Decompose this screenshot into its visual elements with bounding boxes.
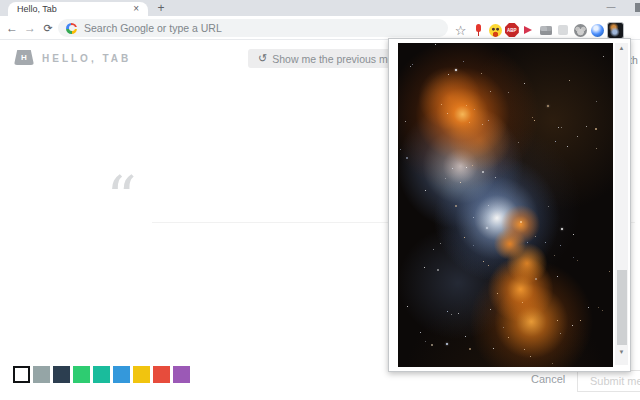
star-dot bbox=[464, 237, 465, 238]
star-dot bbox=[573, 257, 574, 258]
star-dot bbox=[557, 320, 558, 321]
reload-button[interactable]: ⟳ bbox=[40, 20, 56, 36]
star-dot bbox=[483, 261, 484, 262]
color-swatch[interactable] bbox=[33, 366, 50, 383]
star-dot bbox=[407, 306, 408, 307]
smiley-icon[interactable] bbox=[487, 22, 503, 38]
star-dot bbox=[455, 205, 457, 207]
color-swatch[interactable] bbox=[73, 366, 90, 383]
scrollbar-thumb[interactable] bbox=[617, 270, 627, 345]
star-dot bbox=[552, 363, 553, 364]
star-dot bbox=[472, 165, 473, 166]
star-dot bbox=[435, 44, 436, 45]
adblock-icon[interactable]: ABP bbox=[505, 23, 519, 37]
blue-globe-icon[interactable] bbox=[590, 22, 606, 38]
dim-icon[interactable] bbox=[555, 22, 571, 38]
star-dot bbox=[488, 205, 489, 206]
cancel-button[interactable]: Cancel bbox=[531, 373, 565, 385]
star-dot bbox=[469, 348, 471, 350]
address-bar[interactable]: Search Google or type a URL bbox=[58, 19, 448, 37]
star-dot bbox=[460, 182, 461, 183]
color-palette bbox=[13, 366, 193, 383]
star-dot bbox=[602, 310, 603, 311]
star-dot bbox=[493, 348, 494, 349]
undo-icon: ↺ bbox=[258, 52, 267, 65]
star-dot bbox=[596, 148, 597, 149]
window-icon[interactable] bbox=[538, 22, 554, 38]
color-swatch[interactable] bbox=[13, 366, 30, 383]
star-dot bbox=[532, 117, 533, 118]
star-dot bbox=[547, 105, 549, 107]
star-dot bbox=[437, 269, 439, 271]
star-dot bbox=[554, 255, 555, 256]
star-dot bbox=[520, 221, 522, 223]
tab-title: Hello, Tab bbox=[17, 4, 133, 14]
star-dot bbox=[440, 243, 441, 244]
star-dot bbox=[580, 320, 581, 321]
star-dot bbox=[441, 104, 442, 105]
browser-tab[interactable]: Hello, Tab × bbox=[8, 2, 148, 16]
star-dot bbox=[560, 245, 561, 246]
star-dot bbox=[488, 120, 489, 121]
star-dot bbox=[446, 343, 448, 345]
bookmark-star-icon[interactable] bbox=[453, 22, 469, 38]
star-dot bbox=[412, 64, 413, 65]
star-dot bbox=[603, 56, 604, 57]
color-swatch[interactable] bbox=[133, 366, 150, 383]
color-swatch[interactable] bbox=[53, 366, 70, 383]
scroll-down-icon[interactable]: ▼ bbox=[615, 347, 628, 357]
minimize-window-button[interactable]: — bbox=[604, 0, 618, 14]
tab-strip: Hello, Tab × + — bbox=[0, 0, 640, 16]
star-dot bbox=[555, 141, 556, 142]
red-pin-icon[interactable] bbox=[470, 22, 486, 38]
star-dot bbox=[405, 121, 406, 122]
star-dot bbox=[598, 307, 599, 308]
star-dot bbox=[466, 167, 467, 168]
star-dot bbox=[482, 171, 484, 173]
star-dot bbox=[530, 356, 531, 357]
color-swatch[interactable] bbox=[173, 366, 190, 383]
window-control-partial[interactable] bbox=[635, 3, 640, 12]
star-dot bbox=[508, 337, 509, 338]
color-swatch[interactable] bbox=[93, 366, 110, 383]
star-dot bbox=[431, 344, 433, 346]
star-dot bbox=[452, 168, 453, 169]
color-swatch[interactable] bbox=[153, 366, 170, 383]
star-dot bbox=[548, 206, 549, 207]
star-dot bbox=[448, 74, 449, 75]
star-dot bbox=[473, 245, 474, 246]
color-swatch[interactable] bbox=[113, 366, 130, 383]
page-title: HELLO, TAB bbox=[42, 53, 131, 64]
star-dot bbox=[473, 217, 474, 218]
nebula-photo[interactable] bbox=[398, 43, 613, 367]
scroll-up-icon[interactable]: ▲ bbox=[615, 43, 628, 53]
new-tab-button[interactable]: + bbox=[154, 1, 168, 15]
star-dot bbox=[474, 109, 475, 110]
submit-message-button[interactable]: Submit mess bbox=[577, 370, 640, 392]
star-dot bbox=[577, 260, 578, 261]
star-dot bbox=[488, 265, 489, 266]
star-dot bbox=[573, 234, 574, 235]
hello-tab-active-icon[interactable] bbox=[607, 22, 624, 39]
star-dot bbox=[424, 267, 425, 268]
star-dot bbox=[535, 278, 537, 280]
star-dot bbox=[490, 91, 491, 92]
close-tab-icon[interactable]: × bbox=[133, 4, 139, 14]
forward-button[interactable]: → bbox=[22, 20, 38, 36]
star-dot bbox=[572, 325, 573, 326]
extensions-area: ABP bbox=[452, 21, 625, 39]
star-dot bbox=[524, 83, 525, 84]
star-dot bbox=[447, 311, 448, 312]
share-arrow-icon[interactable] bbox=[520, 22, 536, 38]
popup-scrollbar[interactable]: ▲ ▼ bbox=[615, 43, 628, 365]
star-dot bbox=[561, 127, 562, 128]
star-dot bbox=[420, 332, 421, 333]
star-dot bbox=[527, 242, 528, 243]
back-button[interactable]: ← bbox=[4, 20, 20, 36]
star-dot bbox=[588, 307, 589, 308]
star-dot bbox=[534, 120, 535, 121]
star-dot bbox=[596, 101, 597, 102]
star-dot bbox=[406, 157, 408, 159]
monkey-icon[interactable] bbox=[572, 22, 588, 38]
star-dot bbox=[535, 236, 536, 237]
